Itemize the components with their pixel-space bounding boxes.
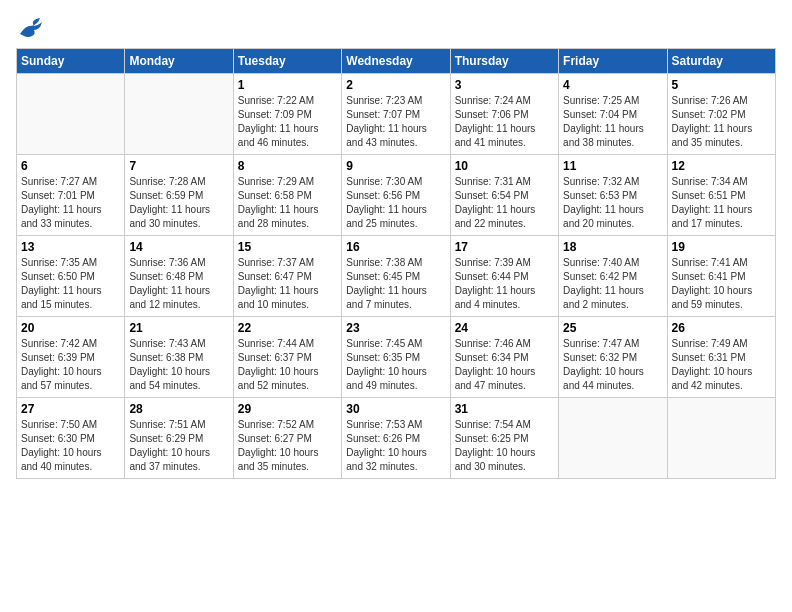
day-info: Sunrise: 7:26 AMSunset: 7:02 PMDaylight:… (672, 94, 771, 150)
calendar-day-cell: 4Sunrise: 7:25 AMSunset: 7:04 PMDaylight… (559, 74, 667, 155)
calendar-day-cell: 22Sunrise: 7:44 AMSunset: 6:37 PMDayligh… (233, 317, 341, 398)
day-info: Sunrise: 7:40 AMSunset: 6:42 PMDaylight:… (563, 256, 662, 312)
day-info: Sunrise: 7:43 AMSunset: 6:38 PMDaylight:… (129, 337, 228, 393)
day-header-saturday: Saturday (667, 49, 775, 74)
day-number: 29 (238, 402, 337, 416)
calendar-day-cell: 27Sunrise: 7:50 AMSunset: 6:30 PMDayligh… (17, 398, 125, 479)
calendar-day-cell: 29Sunrise: 7:52 AMSunset: 6:27 PMDayligh… (233, 398, 341, 479)
calendar-week-row: 27Sunrise: 7:50 AMSunset: 6:30 PMDayligh… (17, 398, 776, 479)
day-number: 9 (346, 159, 445, 173)
day-number: 13 (21, 240, 120, 254)
day-header-friday: Friday (559, 49, 667, 74)
calendar-day-cell: 31Sunrise: 7:54 AMSunset: 6:25 PMDayligh… (450, 398, 558, 479)
day-number: 19 (672, 240, 771, 254)
calendar-day-cell: 3Sunrise: 7:24 AMSunset: 7:06 PMDaylight… (450, 74, 558, 155)
calendar-day-cell: 6Sunrise: 7:27 AMSunset: 7:01 PMDaylight… (17, 155, 125, 236)
day-number: 23 (346, 321, 445, 335)
day-info: Sunrise: 7:36 AMSunset: 6:48 PMDaylight:… (129, 256, 228, 312)
calendar-day-cell: 9Sunrise: 7:30 AMSunset: 6:56 PMDaylight… (342, 155, 450, 236)
day-info: Sunrise: 7:41 AMSunset: 6:41 PMDaylight:… (672, 256, 771, 312)
logo (16, 16, 46, 38)
calendar-week-row: 13Sunrise: 7:35 AMSunset: 6:50 PMDayligh… (17, 236, 776, 317)
calendar-day-cell (559, 398, 667, 479)
day-number: 28 (129, 402, 228, 416)
day-number: 26 (672, 321, 771, 335)
calendar-day-cell: 28Sunrise: 7:51 AMSunset: 6:29 PMDayligh… (125, 398, 233, 479)
day-number: 24 (455, 321, 554, 335)
day-number: 22 (238, 321, 337, 335)
calendar-day-cell: 7Sunrise: 7:28 AMSunset: 6:59 PMDaylight… (125, 155, 233, 236)
day-info: Sunrise: 7:35 AMSunset: 6:50 PMDaylight:… (21, 256, 120, 312)
day-info: Sunrise: 7:32 AMSunset: 6:53 PMDaylight:… (563, 175, 662, 231)
day-info: Sunrise: 7:22 AMSunset: 7:09 PMDaylight:… (238, 94, 337, 150)
day-number: 1 (238, 78, 337, 92)
day-info: Sunrise: 7:52 AMSunset: 6:27 PMDaylight:… (238, 418, 337, 474)
calendar-day-cell: 21Sunrise: 7:43 AMSunset: 6:38 PMDayligh… (125, 317, 233, 398)
day-number: 20 (21, 321, 120, 335)
day-number: 15 (238, 240, 337, 254)
day-info: Sunrise: 7:38 AMSunset: 6:45 PMDaylight:… (346, 256, 445, 312)
day-number: 31 (455, 402, 554, 416)
day-info: Sunrise: 7:53 AMSunset: 6:26 PMDaylight:… (346, 418, 445, 474)
day-info: Sunrise: 7:44 AMSunset: 6:37 PMDaylight:… (238, 337, 337, 393)
day-info: Sunrise: 7:29 AMSunset: 6:58 PMDaylight:… (238, 175, 337, 231)
day-info: Sunrise: 7:25 AMSunset: 7:04 PMDaylight:… (563, 94, 662, 150)
day-info: Sunrise: 7:50 AMSunset: 6:30 PMDaylight:… (21, 418, 120, 474)
day-number: 12 (672, 159, 771, 173)
calendar-day-cell: 11Sunrise: 7:32 AMSunset: 6:53 PMDayligh… (559, 155, 667, 236)
calendar-day-cell: 30Sunrise: 7:53 AMSunset: 6:26 PMDayligh… (342, 398, 450, 479)
calendar-day-cell: 25Sunrise: 7:47 AMSunset: 6:32 PMDayligh… (559, 317, 667, 398)
calendar-day-cell: 17Sunrise: 7:39 AMSunset: 6:44 PMDayligh… (450, 236, 558, 317)
calendar-day-cell: 20Sunrise: 7:42 AMSunset: 6:39 PMDayligh… (17, 317, 125, 398)
day-info: Sunrise: 7:23 AMSunset: 7:07 PMDaylight:… (346, 94, 445, 150)
calendar-day-cell: 5Sunrise: 7:26 AMSunset: 7:02 PMDaylight… (667, 74, 775, 155)
day-number: 27 (21, 402, 120, 416)
day-info: Sunrise: 7:27 AMSunset: 7:01 PMDaylight:… (21, 175, 120, 231)
day-info: Sunrise: 7:30 AMSunset: 6:56 PMDaylight:… (346, 175, 445, 231)
day-info: Sunrise: 7:42 AMSunset: 6:39 PMDaylight:… (21, 337, 120, 393)
day-number: 2 (346, 78, 445, 92)
calendar-week-row: 6Sunrise: 7:27 AMSunset: 7:01 PMDaylight… (17, 155, 776, 236)
day-number: 6 (21, 159, 120, 173)
calendar-day-cell: 2Sunrise: 7:23 AMSunset: 7:07 PMDaylight… (342, 74, 450, 155)
calendar-day-cell (667, 398, 775, 479)
calendar-week-row: 1Sunrise: 7:22 AMSunset: 7:09 PMDaylight… (17, 74, 776, 155)
day-number: 30 (346, 402, 445, 416)
day-number: 25 (563, 321, 662, 335)
day-info: Sunrise: 7:39 AMSunset: 6:44 PMDaylight:… (455, 256, 554, 312)
day-number: 7 (129, 159, 228, 173)
calendar-header-row: SundayMondayTuesdayWednesdayThursdayFrid… (17, 49, 776, 74)
day-info: Sunrise: 7:24 AMSunset: 7:06 PMDaylight:… (455, 94, 554, 150)
calendar-day-cell: 10Sunrise: 7:31 AMSunset: 6:54 PMDayligh… (450, 155, 558, 236)
calendar-day-cell: 24Sunrise: 7:46 AMSunset: 6:34 PMDayligh… (450, 317, 558, 398)
calendar-day-cell: 14Sunrise: 7:36 AMSunset: 6:48 PMDayligh… (125, 236, 233, 317)
calendar-day-cell: 19Sunrise: 7:41 AMSunset: 6:41 PMDayligh… (667, 236, 775, 317)
calendar-day-cell: 13Sunrise: 7:35 AMSunset: 6:50 PMDayligh… (17, 236, 125, 317)
day-info: Sunrise: 7:47 AMSunset: 6:32 PMDaylight:… (563, 337, 662, 393)
calendar-week-row: 20Sunrise: 7:42 AMSunset: 6:39 PMDayligh… (17, 317, 776, 398)
calendar-day-cell: 18Sunrise: 7:40 AMSunset: 6:42 PMDayligh… (559, 236, 667, 317)
day-header-sunday: Sunday (17, 49, 125, 74)
day-info: Sunrise: 7:34 AMSunset: 6:51 PMDaylight:… (672, 175, 771, 231)
logo-bird-icon (18, 16, 46, 38)
day-info: Sunrise: 7:46 AMSunset: 6:34 PMDaylight:… (455, 337, 554, 393)
day-number: 10 (455, 159, 554, 173)
day-number: 3 (455, 78, 554, 92)
calendar-day-cell: 23Sunrise: 7:45 AMSunset: 6:35 PMDayligh… (342, 317, 450, 398)
day-info: Sunrise: 7:51 AMSunset: 6:29 PMDaylight:… (129, 418, 228, 474)
day-info: Sunrise: 7:37 AMSunset: 6:47 PMDaylight:… (238, 256, 337, 312)
calendar-day-cell: 12Sunrise: 7:34 AMSunset: 6:51 PMDayligh… (667, 155, 775, 236)
day-header-monday: Monday (125, 49, 233, 74)
day-number: 5 (672, 78, 771, 92)
day-number: 17 (455, 240, 554, 254)
calendar-table: SundayMondayTuesdayWednesdayThursdayFrid… (16, 48, 776, 479)
day-info: Sunrise: 7:49 AMSunset: 6:31 PMDaylight:… (672, 337, 771, 393)
day-number: 18 (563, 240, 662, 254)
day-header-wednesday: Wednesday (342, 49, 450, 74)
day-header-thursday: Thursday (450, 49, 558, 74)
calendar-day-cell: 26Sunrise: 7:49 AMSunset: 6:31 PMDayligh… (667, 317, 775, 398)
day-number: 21 (129, 321, 228, 335)
calendar-day-cell: 8Sunrise: 7:29 AMSunset: 6:58 PMDaylight… (233, 155, 341, 236)
day-info: Sunrise: 7:54 AMSunset: 6:25 PMDaylight:… (455, 418, 554, 474)
calendar-day-cell: 16Sunrise: 7:38 AMSunset: 6:45 PMDayligh… (342, 236, 450, 317)
